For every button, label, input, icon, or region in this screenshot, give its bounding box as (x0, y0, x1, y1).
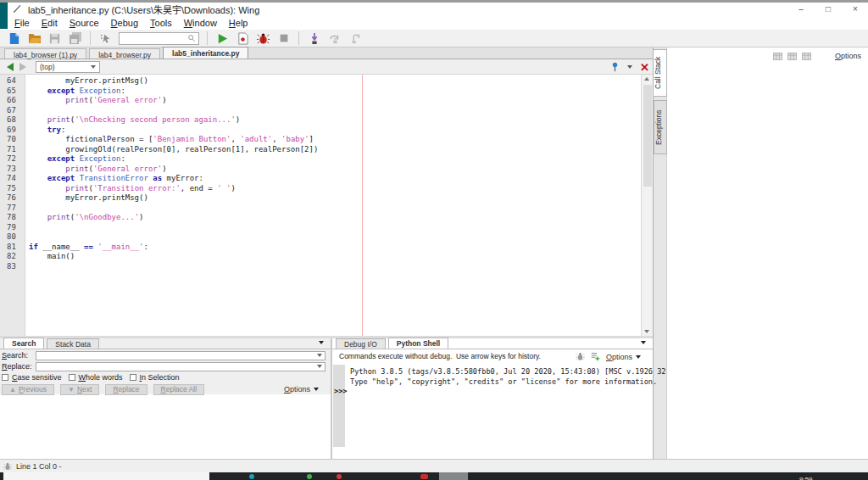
editor-tab-bar: lab4_browser (1).py lab4_browser.py lab5… (0, 47, 653, 59)
step-into-icon[interactable] (307, 31, 321, 46)
menu-edit[interactable]: Edit (37, 17, 62, 29)
previous-button[interactable]: ▲Previous (2, 384, 54, 395)
search-input[interactable] (36, 352, 317, 360)
shell-options[interactable]: Options (606, 353, 641, 361)
forward-icon[interactable] (19, 63, 26, 71)
right-tool-panel: Call Stack Exceptions Options (653, 47, 868, 459)
search-options[interactable]: Options (284, 385, 319, 393)
tab-stack-data[interactable]: Stack Data (47, 338, 99, 349)
in-selection-label: In Selection (140, 373, 180, 382)
code-editor[interactable]: 64 myError.printMsg()65 except Exception… (0, 75, 653, 336)
shell-hint: Commands execute without debug. Use arro… (339, 352, 541, 360)
save-file-icon[interactable] (47, 31, 62, 46)
toolbar-search-box (119, 32, 199, 45)
stack-view-icon[interactable] (773, 53, 782, 60)
debug-toggle-icon[interactable] (576, 352, 585, 361)
replace-input[interactable] (36, 363, 317, 371)
save-copy-icon[interactable] (68, 31, 82, 46)
code-line: 83 (0, 262, 641, 272)
new-file-icon[interactable] (7, 31, 21, 46)
search-panel-tabs: Search Stack Data (0, 338, 331, 349)
taskbar-active-app[interactable] (439, 472, 468, 480)
close-button[interactable]: × (848, 4, 863, 14)
debug-file-icon[interactable] (236, 31, 250, 46)
chevron-down-icon (314, 388, 319, 391)
chevron-down-icon (91, 65, 96, 69)
code-line: 69 try: (0, 126, 641, 136)
code-line: 78 print('\nGoodbye...') (0, 213, 641, 223)
step-out-icon[interactable] (348, 31, 362, 46)
chevron-down-icon[interactable] (317, 354, 322, 357)
maximize-button[interactable]: □ (821, 4, 836, 14)
call-stack-options[interactable]: Options (835, 52, 861, 60)
taskbar-app-icon[interactable] (307, 474, 312, 479)
replace-all-button[interactable]: Replace All (153, 384, 205, 395)
whole-words-checkbox[interactable] (69, 374, 75, 381)
close-editor-icon[interactable]: ✕ (640, 62, 649, 73)
code-line: 70 fictionalPerson = ['Benjamin Button',… (0, 135, 641, 145)
tab-exceptions[interactable]: Exceptions (654, 100, 667, 154)
taskbar-search-box[interactable] (3, 472, 209, 480)
scroll-thumb[interactable] (643, 85, 652, 187)
in-selection-checkbox[interactable] (130, 374, 136, 381)
status-bar: Line 1 Col 0 - (0, 459, 868, 472)
tab-search[interactable]: Search (3, 338, 44, 349)
toolbar-separator (207, 31, 208, 45)
menu-tools[interactable]: Tools (146, 17, 176, 29)
stack-view-icon[interactable] (802, 53, 811, 60)
chevron-down-icon (636, 355, 641, 359)
code-line: 68 print('\nChecking second person again… (0, 115, 641, 126)
arrow-down-icon: ▼ (68, 386, 75, 393)
tab-python-shell[interactable]: Python Shell (388, 338, 448, 349)
menu-file[interactable]: File (10, 17, 34, 29)
search-label: Search: (0, 351, 36, 360)
shell-line: Type "help", "copyright", "credits" or "… (350, 377, 666, 388)
menu-window[interactable]: Window (180, 17, 221, 29)
open-file-icon[interactable] (27, 31, 42, 46)
code-line: 76 myError.printMsg() (0, 193, 641, 204)
code-line: 79 (0, 223, 641, 233)
code-line: 65 except Exception: (0, 87, 641, 97)
shell-gutter (333, 365, 345, 447)
tab-lab4-browser[interactable]: lab4_browser.py (89, 48, 160, 59)
scroll-up-icon[interactable] (644, 77, 649, 81)
wing-app-icon (12, 3, 23, 14)
scroll-down-icon[interactable] (644, 330, 649, 333)
panel-menu-icon[interactable] (641, 341, 646, 344)
pin-icon[interactable] (610, 62, 620, 72)
step-over-icon[interactable] (327, 31, 342, 46)
tab-lab5-inheritance[interactable]: lab5_inheritance.py (163, 47, 248, 59)
replace-label: Replace: (0, 362, 36, 371)
toolbar-search-input[interactable] (120, 33, 187, 43)
stop-icon[interactable] (276, 31, 291, 46)
menu-debug[interactable]: Debug (107, 17, 142, 29)
stack-view-icon[interactable] (787, 53, 797, 60)
tab-call-stack[interactable]: Call Stack (654, 49, 667, 97)
menu-source[interactable]: Source (65, 17, 103, 29)
code-line: 72 except Exception: (0, 154, 641, 165)
python-shell[interactable]: Python 3.8.5 (tags/v3.8.5:580fbb0, Jul 2… (332, 365, 653, 447)
debug-bug-icon[interactable] (256, 31, 270, 46)
chevron-down-icon[interactable] (317, 365, 322, 368)
scope-dropdown[interactable]: (top) (36, 61, 100, 73)
panel-chevron-icon[interactable] (627, 65, 632, 69)
back-icon[interactable] (7, 63, 14, 71)
status-bug-icon[interactable] (3, 462, 12, 471)
next-button[interactable]: ▼Next (60, 384, 99, 395)
menu-help[interactable]: Help (225, 17, 253, 29)
editor-vertical-scrollbar[interactable] (641, 75, 653, 336)
run-icon[interactable] (215, 31, 230, 46)
tab-debug-io[interactable]: Debug I/O (336, 338, 386, 349)
case-sensitive-checkbox[interactable] (2, 374, 8, 381)
taskbar: 9:59 (0, 472, 868, 480)
minimize-button[interactable]: – (793, 4, 809, 14)
taskbar-app-icon[interactable] (249, 474, 254, 479)
tab-lab4-browser-1[interactable]: lab4_browser (1).py (4, 48, 86, 59)
goto-cursor-icon[interactable] (98, 31, 113, 46)
panel-menu-icon[interactable] (319, 341, 324, 344)
new-shell-icon[interactable] (591, 352, 600, 361)
replace-button[interactable]: Replace (105, 384, 147, 395)
taskbar-app-icon[interactable] (420, 474, 428, 479)
code-line: 74 except TransitionError as myError: (0, 174, 641, 184)
taskbar-app-icon[interactable] (337, 474, 342, 479)
